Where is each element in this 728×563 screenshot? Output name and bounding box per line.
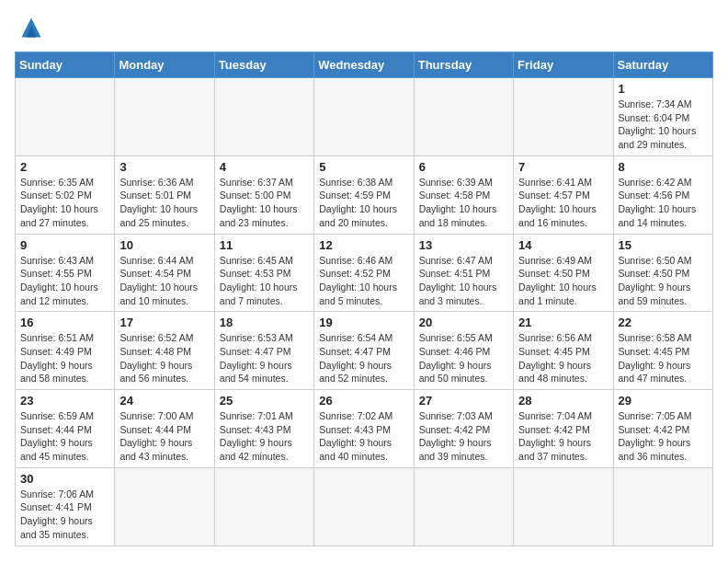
day-info: Sunrise: 6:55 AM Sunset: 4:46 PM Dayligh… <box>419 331 508 385</box>
calendar-day-cell: 12Sunrise: 6:46 AM Sunset: 4:52 PM Dayli… <box>314 234 414 312</box>
calendar-day-cell: 9Sunrise: 6:43 AM Sunset: 4:55 PM Daylig… <box>16 234 115 312</box>
calendar-day-cell: 16Sunrise: 6:51 AM Sunset: 4:49 PM Dayli… <box>16 312 115 390</box>
calendar-day-cell: 14Sunrise: 6:49 AM Sunset: 4:50 PM Dayli… <box>514 234 613 312</box>
calendar: SundayMondayTuesdayWednesdayThursdayFrid… <box>15 52 713 546</box>
day-number: 17 <box>119 316 209 329</box>
day-number: 11 <box>220 238 309 252</box>
day-of-week-header: Wednesday <box>314 52 414 78</box>
logo <box>15 15 51 40</box>
calendar-day-cell: 22Sunrise: 6:58 AM Sunset: 4:45 PM Dayli… <box>613 312 712 390</box>
calendar-day-cell <box>314 78 414 156</box>
day-info: Sunrise: 6:50 AM Sunset: 4:50 PM Dayligh… <box>619 254 708 308</box>
day-number: 18 <box>220 316 309 329</box>
calendar-day-cell <box>414 467 513 546</box>
day-info: Sunrise: 6:51 AM Sunset: 4:49 PM Dayligh… <box>20 331 109 385</box>
day-info: Sunrise: 6:58 AM Sunset: 4:45 PM Dayligh… <box>619 331 708 385</box>
calendar-day-cell: 15Sunrise: 6:50 AM Sunset: 4:50 PM Dayli… <box>613 234 712 312</box>
calendar-day-cell: 20Sunrise: 6:55 AM Sunset: 4:46 PM Dayli… <box>414 312 513 390</box>
day-number: 29 <box>619 394 708 408</box>
calendar-day-cell: 10Sunrise: 6:44 AM Sunset: 4:54 PM Dayli… <box>115 234 214 312</box>
calendar-day-cell: 23Sunrise: 6:59 AM Sunset: 4:44 PM Dayli… <box>16 390 115 468</box>
calendar-header-row: SundayMondayTuesdayWednesdayThursdayFrid… <box>16 52 713 78</box>
calendar-day-cell <box>214 467 313 546</box>
day-number: 14 <box>518 238 608 252</box>
day-info: Sunrise: 6:54 AM Sunset: 4:47 PM Dayligh… <box>319 331 408 385</box>
calendar-day-cell: 4Sunrise: 6:37 AM Sunset: 5:00 PM Daylig… <box>214 155 313 234</box>
calendar-day-cell: 21Sunrise: 6:56 AM Sunset: 4:45 PM Dayli… <box>514 312 613 390</box>
calendar-day-cell <box>514 467 613 546</box>
day-info: Sunrise: 7:34 AM Sunset: 6:04 PM Dayligh… <box>619 98 708 152</box>
calendar-day-cell: 26Sunrise: 7:02 AM Sunset: 4:43 PM Dayli… <box>314 390 414 468</box>
calendar-day-cell: 13Sunrise: 6:47 AM Sunset: 4:51 PM Dayli… <box>414 234 513 312</box>
day-number: 15 <box>619 238 708 252</box>
day-number: 16 <box>20 316 109 329</box>
calendar-day-cell: 3Sunrise: 6:36 AM Sunset: 5:01 PM Daylig… <box>115 155 214 234</box>
day-info: Sunrise: 6:47 AM Sunset: 4:51 PM Dayligh… <box>419 254 508 308</box>
calendar-day-cell: 24Sunrise: 7:00 AM Sunset: 4:44 PM Dayli… <box>115 390 214 468</box>
calendar-day-cell <box>414 78 513 156</box>
day-info: Sunrise: 6:45 AM Sunset: 4:53 PM Dayligh… <box>220 254 309 308</box>
calendar-day-cell: 7Sunrise: 6:41 AM Sunset: 4:57 PM Daylig… <box>514 155 613 234</box>
day-info: Sunrise: 6:43 AM Sunset: 4:55 PM Dayligh… <box>20 254 109 308</box>
calendar-day-cell: 27Sunrise: 7:03 AM Sunset: 4:42 PM Dayli… <box>414 390 513 468</box>
day-number: 24 <box>119 394 209 408</box>
day-info: Sunrise: 7:06 AM Sunset: 4:41 PM Dayligh… <box>20 488 109 542</box>
calendar-day-cell: 28Sunrise: 7:04 AM Sunset: 4:42 PM Dayli… <box>514 390 613 468</box>
calendar-day-cell: 6Sunrise: 6:39 AM Sunset: 4:58 PM Daylig… <box>414 155 513 234</box>
day-of-week-header: Tuesday <box>214 52 313 78</box>
day-of-week-header: Sunday <box>16 52 115 78</box>
day-number: 23 <box>20 394 109 408</box>
calendar-week-row: 1Sunrise: 7:34 AM Sunset: 6:04 PM Daylig… <box>16 78 713 156</box>
day-number: 3 <box>119 160 209 174</box>
day-info: Sunrise: 7:02 AM Sunset: 4:43 PM Dayligh… <box>319 409 408 464</box>
day-number: 30 <box>20 472 109 486</box>
calendar-day-cell: 18Sunrise: 6:53 AM Sunset: 4:47 PM Dayli… <box>214 312 313 390</box>
calendar-day-cell <box>613 467 712 546</box>
calendar-day-cell <box>115 78 214 156</box>
logo-icon <box>15 15 48 40</box>
day-info: Sunrise: 6:56 AM Sunset: 4:45 PM Dayligh… <box>518 331 608 385</box>
calendar-day-cell: 19Sunrise: 6:54 AM Sunset: 4:47 PM Dayli… <box>314 312 414 390</box>
day-of-week-header: Saturday <box>613 52 712 78</box>
day-info: Sunrise: 6:39 AM Sunset: 4:58 PM Dayligh… <box>419 176 508 230</box>
calendar-week-row: 9Sunrise: 6:43 AM Sunset: 4:55 PM Daylig… <box>16 234 713 312</box>
day-number: 2 <box>20 160 109 174</box>
day-info: Sunrise: 6:46 AM Sunset: 4:52 PM Dayligh… <box>319 254 408 308</box>
day-info: Sunrise: 7:05 AM Sunset: 4:42 PM Dayligh… <box>619 409 708 464</box>
day-info: Sunrise: 6:37 AM Sunset: 5:00 PM Dayligh… <box>220 176 309 230</box>
calendar-day-cell: 5Sunrise: 6:38 AM Sunset: 4:59 PM Daylig… <box>314 155 414 234</box>
day-info: Sunrise: 6:53 AM Sunset: 4:47 PM Dayligh… <box>220 331 309 385</box>
day-number: 21 <box>518 316 608 329</box>
day-number: 7 <box>518 160 608 174</box>
day-number: 6 <box>419 160 508 174</box>
day-of-week-header: Thursday <box>414 52 513 78</box>
day-number: 28 <box>518 394 608 408</box>
calendar-day-cell <box>214 78 313 156</box>
day-info: Sunrise: 6:41 AM Sunset: 4:57 PM Dayligh… <box>518 176 608 230</box>
calendar-week-row: 23Sunrise: 6:59 AM Sunset: 4:44 PM Dayli… <box>16 390 713 468</box>
day-number: 19 <box>319 316 408 329</box>
calendar-day-cell: 25Sunrise: 7:01 AM Sunset: 4:43 PM Dayli… <box>214 390 313 468</box>
day-number: 5 <box>319 160 408 174</box>
day-of-week-header: Monday <box>115 52 214 78</box>
day-info: Sunrise: 6:42 AM Sunset: 4:56 PM Dayligh… <box>619 176 708 230</box>
day-number: 13 <box>419 238 508 252</box>
calendar-day-cell <box>314 467 414 546</box>
calendar-day-cell: 30Sunrise: 7:06 AM Sunset: 4:41 PM Dayli… <box>16 467 115 546</box>
day-of-week-header: Friday <box>514 52 613 78</box>
calendar-day-cell <box>514 78 613 156</box>
calendar-week-row: 30Sunrise: 7:06 AM Sunset: 4:41 PM Dayli… <box>16 467 713 546</box>
day-number: 9 <box>20 238 109 252</box>
day-number: 12 <box>319 238 408 252</box>
day-number: 4 <box>220 160 309 174</box>
calendar-week-row: 2Sunrise: 6:35 AM Sunset: 5:02 PM Daylig… <box>16 155 713 234</box>
day-number: 20 <box>419 316 508 329</box>
day-number: 8 <box>619 160 708 174</box>
day-number: 22 <box>619 316 708 329</box>
day-info: Sunrise: 6:49 AM Sunset: 4:50 PM Dayligh… <box>518 254 608 308</box>
day-info: Sunrise: 6:52 AM Sunset: 4:48 PM Dayligh… <box>119 331 209 385</box>
day-info: Sunrise: 7:03 AM Sunset: 4:42 PM Dayligh… <box>419 409 508 464</box>
day-number: 27 <box>419 394 508 408</box>
calendar-day-cell: 11Sunrise: 6:45 AM Sunset: 4:53 PM Dayli… <box>214 234 313 312</box>
day-number: 1 <box>619 82 708 96</box>
